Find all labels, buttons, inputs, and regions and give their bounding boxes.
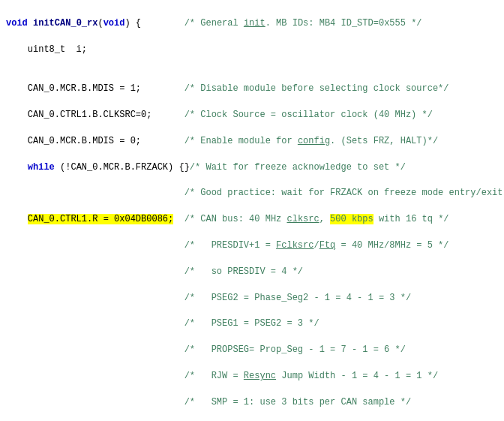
code-line: /* PSEG2 = Phase_Seg2 - 1 = 4 - 1 = 3 */ [6, 292, 498, 305]
code-line: /* so PRESDIV = 4 */ [6, 266, 498, 278]
code-line: uint8_t i; [6, 44, 498, 56]
code-line: /* SMP = 1: use 3 bits per CAN sample */ [6, 396, 498, 409]
code-viewer: void initCAN_0_rx(void) { /* General ini… [0, 0, 504, 421]
code-line: /* Good practice: wait for FRZACK on fre… [6, 187, 498, 200]
code-line: CAN_0.MCR.B.MDIS = 0; /* Enable module f… [6, 135, 498, 148]
code-line: CAN_0.CTRL1.R = 0x04DB0086; /* CAN bus: … [6, 213, 498, 226]
code-line: while (!CAN_0.MCR.B.FRZACK) {}/* Wait fo… [6, 161, 498, 174]
code-line: void initCAN_0_rx(void) { /* General ini… [6, 17, 498, 30]
code-line: /* PSEG1 = PSEG2 = 3 */ [6, 317, 498, 330]
code-line: /* RJW = Resync Jump Width - 1 = 4 - 1 =… [6, 370, 498, 383]
code-line: CAN_0.MCR.B.MDIS = 1; /* Disable module … [6, 83, 498, 95]
code-line: /* PRESDIV+1 = Fclksrc/Ftq = 40 MHz/8MHz… [6, 239, 498, 252]
code-line: /* PROPSEG= Prop_Seg - 1 = 7 - 1 = 6 */ [6, 344, 498, 356]
code-line: CAN_0.CTRL1.B.CLKSRC=0; /* Clock Source … [6, 109, 498, 122]
